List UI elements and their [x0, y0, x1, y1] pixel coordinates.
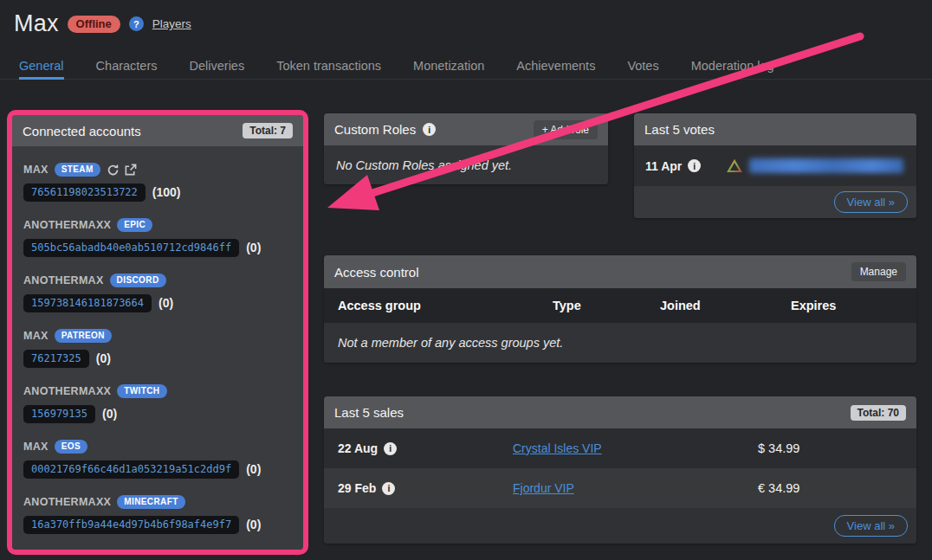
last-sales-panel: Last 5 sales Total: 70 22 Aug Crystal Is…	[324, 396, 916, 544]
sale-row: 22 Aug Crystal Isles VIP $ 34.99	[324, 428, 916, 468]
tab[interactable]: Characters	[96, 55, 158, 80]
sales-view-all-button[interactable]: View all »	[834, 515, 908, 537]
account-id: 00021769f66c46d1a053219a51c2dd9f	[23, 460, 239, 479]
account-id: 505bc56abadb40e0ab510712cd9846ff	[23, 239, 239, 257]
access-column-header: Expires	[791, 299, 903, 312]
vote-server-link-redacted[interactable]	[749, 158, 903, 173]
vote-date: 11 Apr	[645, 159, 682, 173]
account-id: 16a370ffb9a44e4d97b4b6f98af4e9f7	[23, 516, 239, 534]
add-role-button[interactable]: + Add role	[534, 120, 598, 139]
access-column-header: Joined	[660, 299, 791, 312]
last-votes-title: Last 5 votes	[644, 122, 715, 137]
account-name: ANOTHERMAXX	[23, 496, 111, 508]
platform-badge: EOS	[55, 440, 87, 454]
account-id: 156979135	[23, 405, 95, 423]
account-count: (0)	[246, 518, 261, 531]
account-id: 76217325	[23, 350, 89, 368]
access-empty-text: Not a member of any access groups yet.	[338, 336, 563, 350]
votes-list: 11 Apr	[634, 145, 916, 186]
sale-date: 29 Feb	[338, 481, 376, 495]
page-title: Max	[14, 10, 59, 37]
connected-account-row: MAX PATREON 76217325 (0)	[23, 328, 292, 369]
sale-item-link[interactable]: Crystal Isles VIP	[513, 441, 758, 455]
account-name: ANOTHERMAXX	[23, 219, 111, 231]
access-column-header: Type	[553, 299, 660, 312]
tab[interactable]: Votes	[627, 55, 658, 80]
connected-account-row: ANOTHERMAXX MINECRAFT 16a370ffb9a44e4d97…	[23, 494, 292, 535]
account-count: (0)	[246, 462, 261, 476]
access-column-header: Access group	[338, 299, 553, 312]
access-control-panel: Access control Manage Access group Type …	[324, 255, 916, 363]
total-badge: Total: 70	[851, 405, 906, 421]
connected-account-row: ANOTHERMAX DISCORD 159738146181873664 (0…	[23, 273, 292, 313]
last-votes-panel: Last 5 votes 11 Apr View all »	[634, 113, 916, 218]
account-id: 76561198023513722	[23, 183, 146, 202]
connected-accounts-title: Connected accounts	[23, 124, 141, 138]
info-icon[interactable]	[688, 159, 701, 172]
platform-badge: MINECRAFT	[117, 495, 184, 509]
platform-badge: STEAM	[55, 163, 100, 177]
account-count: (0)	[96, 351, 111, 365]
account-name: ANOTHERMAXX	[23, 385, 111, 397]
help-icon[interactable]	[129, 16, 144, 31]
last-sales-title: Last 5 sales	[334, 405, 404, 420]
players-link[interactable]: Players	[152, 17, 191, 30]
page-header: Max Offline Players	[14, 10, 191, 37]
manage-button[interactable]: Manage	[851, 262, 906, 281]
platform-badge: TWITCH	[117, 384, 166, 398]
platform-badge: PATREON	[55, 329, 112, 343]
account-name: MAX	[23, 164, 49, 176]
custom-roles-title: Custom Roles	[334, 122, 416, 137]
platform-badge: DISCORD	[110, 274, 166, 287]
ark-logo-icon	[727, 159, 742, 173]
account-count: (0)	[246, 241, 261, 254]
connected-accounts-header: Connected accounts Total: 7	[12, 115, 303, 146]
info-icon[interactable]	[382, 482, 395, 495]
connected-account-row: MAX STEAM 76561198023513722 (100)	[23, 162, 292, 203]
connected-accounts-list: MAX STEAM 76561198023513722 (100) ANOTHE…	[12, 146, 303, 535]
account-count: (0)	[159, 296, 173, 310]
total-badge: Total: 7	[243, 123, 293, 138]
sale-price: € 34.99	[758, 481, 903, 495]
sale-row: 29 Feb Fjordur VIP € 34.99	[324, 468, 916, 508]
tab[interactable]: Achievements	[516, 55, 595, 80]
custom-roles-empty-text: No Custom Roles assigned yet.	[336, 158, 512, 172]
tab-bar: General Characters Deliveries Token tran…	[0, 55, 932, 80]
external-link-icon[interactable]	[124, 164, 137, 177]
tab[interactable]: Token transactions	[276, 55, 381, 80]
votes-view-all-button[interactable]: View all »	[834, 191, 908, 213]
vote-row: 11 Apr	[634, 145, 916, 186]
access-control-title: Access control	[334, 265, 419, 280]
tab[interactable]: General	[19, 55, 64, 80]
account-id: 159738146181873664	[23, 294, 152, 312]
sales-list: 22 Aug Crystal Isles VIP $ 34.99 29 Feb …	[324, 428, 916, 508]
status-badge: Offline	[68, 16, 120, 33]
access-table-header: Access group Type Joined Expires	[324, 288, 916, 323]
account-name: MAX	[23, 330, 49, 342]
refresh-icon[interactable]	[107, 164, 120, 177]
custom-roles-panel: Custom Roles + Add role No Custom Roles …	[324, 113, 608, 184]
tab[interactable]: Monetization	[413, 55, 484, 80]
info-icon[interactable]	[423, 123, 436, 136]
account-name: MAX	[23, 441, 49, 453]
account-name: ANOTHERMAX	[23, 274, 104, 286]
sale-item-link[interactable]: Fjordur VIP	[513, 481, 758, 495]
sale-price: $ 34.99	[758, 441, 903, 455]
tab[interactable]: Moderation log	[691, 55, 774, 80]
connected-account-row: ANOTHERMAXX EPIC 505bc56abadb40e0ab51071…	[23, 217, 292, 258]
info-icon[interactable]	[384, 442, 397, 455]
connected-account-row: ANOTHERMAXX TWITCH 156979135 (0)	[23, 383, 292, 424]
platform-badge: EPIC	[117, 218, 152, 232]
sale-date: 22 Aug	[338, 441, 378, 455]
connected-account-row: MAX EOS 00021769f66c46d1a053219a51c2dd9f…	[23, 439, 292, 480]
tab[interactable]: Deliveries	[190, 55, 245, 80]
account-count: (100)	[152, 185, 181, 199]
connected-accounts-panel: Connected accounts Total: 7 MAX STEAM 76…	[12, 115, 303, 550]
account-count: (0)	[102, 407, 117, 421]
